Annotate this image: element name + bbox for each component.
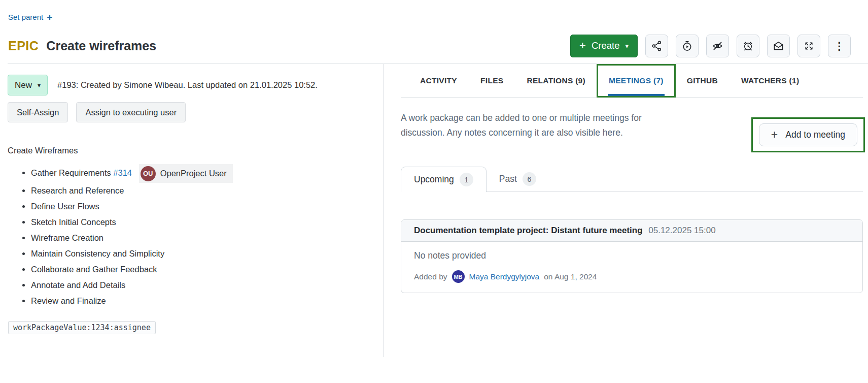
work-package-tabs-panel: ACTIVITY FILES RELATIONS (9) MEETINGS (7…	[384, 64, 868, 357]
description-list: Gather Requirements #314 OU OpenProject …	[8, 164, 376, 309]
tab-github[interactable]: GITHUB	[687, 64, 718, 97]
meetings-subtabs: Upcoming 1 Past 6	[401, 167, 863, 192]
set-parent-link[interactable]: Set parent+	[8, 12, 52, 22]
meeting-card: Documentation template project: Distant …	[401, 219, 863, 293]
add-to-meeting-button[interactable]: + Add to meeting	[759, 123, 857, 146]
tab-meetings[interactable]: MEETINGS (7)	[609, 66, 664, 96]
subtab-upcoming-label: Upcoming	[414, 174, 454, 185]
meetings-header-row: A work package can be added to one or mu…	[401, 111, 863, 152]
work-package-details-panel: New ▾ #193: Created by Simone Wibeau. La…	[8, 64, 376, 357]
unwatch-button[interactable]	[706, 35, 729, 57]
status-row: New ▾ #193: Created by Simone Wibeau. La…	[8, 75, 376, 95]
added-date-label: on Aug 1, 2024	[544, 272, 597, 281]
added-by-label: Added by	[414, 272, 447, 281]
plus-icon: +	[771, 129, 778, 141]
tab-files[interactable]: FILES	[480, 64, 503, 97]
work-package-type-label: EPIC	[8, 39, 39, 53]
tab-bar: ACTIVITY FILES RELATIONS (9) MEETINGS (7…	[401, 64, 863, 98]
meeting-title: Documentation template project: Distant …	[414, 226, 643, 235]
list-item: Gather Requirements #314 OU OpenProject …	[31, 164, 376, 183]
status-label: New	[15, 80, 32, 90]
main-split: New ▾ #193: Created by Simone Wibeau. La…	[8, 63, 868, 357]
tab-relations[interactable]: RELATIONS (9)	[527, 64, 585, 97]
fullscreen-icon	[803, 40, 815, 52]
chevron-down-icon: ▾	[625, 42, 629, 50]
list-item-text: Gather Requirements	[31, 168, 111, 177]
list-item: Wireframe Creation	[31, 230, 376, 246]
page-title: Create wireframes	[46, 39, 156, 53]
chevron-down-icon: ▾	[38, 82, 41, 89]
status-dropdown[interactable]: New ▾	[8, 75, 48, 95]
list-item: Collaborate and Gather Feedback	[31, 262, 376, 277]
set-parent-label: Set parent	[8, 13, 43, 21]
tab-activity[interactable]: ACTIVITY	[420, 64, 457, 97]
meetings-info-text: A work package can be added to one or mu…	[401, 111, 687, 140]
avatar: MB	[452, 270, 465, 283]
subtab-past[interactable]: Past 6	[487, 167, 549, 192]
self-assign-button[interactable]: Self-Assign	[8, 102, 68, 122]
past-count-badge: 6	[523, 172, 536, 186]
create-button[interactable]: + Create ▾	[570, 35, 638, 57]
page-header: Set parent+ EPIC Create wireframes + Cre…	[0, 0, 868, 57]
add-to-meeting-annotation-box: + Add to meeting	[751, 117, 865, 152]
author-link[interactable]: Maya Berdygylyjova	[469, 272, 540, 281]
list-item: Research and Reference	[31, 183, 376, 199]
user-mention-name: OpenProject User	[160, 166, 227, 181]
creation-meta-text: #193: Created by Simone Wibeau. Last upd…	[57, 80, 318, 90]
list-item: Maintain Consistency and Simplicity	[31, 246, 376, 262]
alarm-clock-icon	[742, 40, 754, 52]
fullscreen-button[interactable]	[797, 35, 820, 57]
work-package-page: Set parent+ EPIC Create wireframes + Cre…	[0, 0, 868, 383]
assign-actions-row: Self-Assign Assign to executing user	[8, 102, 376, 122]
share-icon	[651, 40, 663, 52]
work-package-link[interactable]: #314	[113, 168, 132, 177]
list-item: Define User Flows	[31, 199, 376, 214]
more-button[interactable]: ⋮	[828, 35, 851, 57]
meetings-tab-annotation-box: MEETINGS (7)	[597, 64, 676, 98]
subtab-past-label: Past	[499, 174, 517, 184]
add-to-meeting-label: Add to meeting	[785, 130, 845, 140]
share-button[interactable]	[645, 35, 668, 57]
list-item: Review and Finalize	[31, 293, 376, 309]
list-item: Annotate and Add Details	[31, 277, 376, 293]
upcoming-count-badge: 1	[460, 173, 473, 186]
kebab-icon: ⋮	[834, 41, 845, 51]
toolbar: + Create ▾	[570, 35, 860, 57]
plus-icon: +	[579, 40, 586, 51]
create-button-label: Create	[592, 40, 620, 51]
eye-slash-icon	[712, 40, 723, 52]
avatar: OU	[141, 166, 156, 181]
open-envelope-icon	[773, 40, 784, 52]
stopwatch-icon	[681, 40, 693, 52]
start-timer-button[interactable]	[676, 35, 699, 57]
meeting-notes: No notes provided	[401, 242, 862, 263]
meeting-datetime: 05.12.2025 15:00	[648, 226, 715, 235]
assign-executing-user-button[interactable]: Assign to executing user	[76, 102, 186, 122]
meeting-card-footer: Added by MB Maya Berdygylyjova on Aug 1,…	[401, 263, 862, 293]
list-item: Sketch Initial Concepts	[31, 214, 376, 230]
description-heading: Create Wireframes	[8, 146, 376, 155]
macro-code-chip: workPackageValue:1234:assignee	[8, 321, 156, 334]
user-mention-chip[interactable]: OU OpenProject User	[139, 164, 233, 183]
plus-icon: +	[47, 12, 52, 22]
title-row: EPIC Create wireframes + Create ▾	[8, 34, 860, 57]
meeting-card-header[interactable]: Documentation template project: Distant …	[401, 220, 862, 242]
tab-watchers[interactable]: WATCHERS (1)	[741, 64, 799, 97]
reminder-button[interactable]	[737, 35, 759, 57]
mark-read-button[interactable]	[767, 35, 790, 57]
subtab-upcoming[interactable]: Upcoming 1	[401, 167, 487, 192]
